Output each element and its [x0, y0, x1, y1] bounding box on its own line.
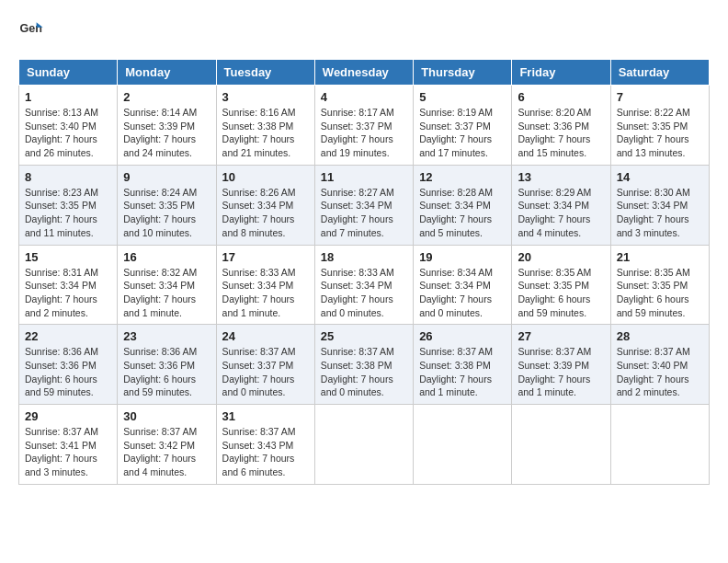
day-number: 5 [419, 90, 506, 104]
day-info: Sunrise: 8:36 AM Sunset: 3:36 PM Dayligh… [25, 345, 111, 399]
day-info: Sunrise: 8:37 AM Sunset: 3:38 PM Dayligh… [419, 345, 506, 399]
calendar-week-3: 15Sunrise: 8:31 AM Sunset: 3:34 PM Dayli… [19, 245, 710, 325]
day-info: Sunrise: 8:22 AM Sunset: 3:35 PM Dayligh… [617, 106, 703, 160]
day-info: Sunrise: 8:13 AM Sunset: 3:40 PM Dayligh… [25, 106, 111, 160]
day-number: 6 [518, 90, 604, 104]
day-info: Sunrise: 8:23 AM Sunset: 3:35 PM Dayligh… [25, 186, 111, 240]
day-number: 20 [518, 250, 604, 264]
calendar-week-4: 22Sunrise: 8:36 AM Sunset: 3:36 PM Dayli… [19, 325, 710, 405]
day-info: Sunrise: 8:35 AM Sunset: 3:35 PM Dayligh… [617, 266, 703, 320]
calendar-cell: 24Sunrise: 8:37 AM Sunset: 3:37 PM Dayli… [216, 325, 314, 405]
calendar-cell: 25Sunrise: 8:37 AM Sunset: 3:38 PM Dayli… [314, 325, 413, 405]
day-info: Sunrise: 8:14 AM Sunset: 3:39 PM Dayligh… [123, 106, 210, 160]
day-number: 22 [25, 329, 111, 343]
day-number: 19 [419, 250, 506, 264]
day-number: 3 [222, 90, 309, 104]
day-info: Sunrise: 8:27 AM Sunset: 3:34 PM Dayligh… [321, 186, 407, 240]
day-info: Sunrise: 8:37 AM Sunset: 3:37 PM Dayligh… [222, 345, 309, 399]
calendar-cell: 30Sunrise: 8:37 AM Sunset: 3:42 PM Dayli… [118, 405, 216, 485]
calendar-header-row: SundayMondayTuesdayWednesdayThursdayFrid… [19, 60, 710, 86]
calendar-cell: 26Sunrise: 8:37 AM Sunset: 3:38 PM Dayli… [414, 325, 512, 405]
day-header-tuesday: Tuesday [216, 60, 314, 86]
day-info: Sunrise: 8:37 AM Sunset: 3:43 PM Dayligh… [222, 425, 309, 479]
calendar-cell: 31Sunrise: 8:37 AM Sunset: 3:43 PM Dayli… [216, 405, 314, 485]
day-number: 8 [25, 170, 111, 184]
day-header-saturday: Saturday [610, 60, 709, 86]
calendar-cell: 11Sunrise: 8:27 AM Sunset: 3:34 PM Dayli… [314, 165, 413, 245]
day-number: 24 [222, 329, 309, 343]
calendar-cell: 28Sunrise: 8:37 AM Sunset: 3:40 PM Dayli… [610, 325, 709, 405]
calendar-cell [314, 405, 413, 485]
day-number: 16 [123, 250, 210, 264]
day-info: Sunrise: 8:32 AM Sunset: 3:34 PM Dayligh… [123, 266, 210, 320]
day-info: Sunrise: 8:33 AM Sunset: 3:34 PM Dayligh… [321, 266, 407, 320]
day-info: Sunrise: 8:28 AM Sunset: 3:34 PM Dayligh… [419, 186, 506, 240]
day-number: 27 [518, 329, 604, 343]
calendar-cell: 8Sunrise: 8:23 AM Sunset: 3:35 PM Daylig… [19, 165, 118, 245]
day-info: Sunrise: 8:33 AM Sunset: 3:34 PM Dayligh… [222, 266, 309, 320]
day-info: Sunrise: 8:34 AM Sunset: 3:34 PM Dayligh… [419, 266, 506, 320]
calendar-cell: 21Sunrise: 8:35 AM Sunset: 3:35 PM Dayli… [610, 245, 709, 325]
day-info: Sunrise: 8:37 AM Sunset: 3:42 PM Dayligh… [123, 425, 210, 479]
day-info: Sunrise: 8:37 AM Sunset: 3:40 PM Dayligh… [617, 345, 703, 399]
logo-icon: Gen [18, 18, 44, 44]
day-number: 14 [617, 170, 703, 184]
calendar-cell: 14Sunrise: 8:30 AM Sunset: 3:34 PM Dayli… [610, 165, 709, 245]
day-info: Sunrise: 8:35 AM Sunset: 3:35 PM Dayligh… [518, 266, 604, 320]
logo: Gen [18, 18, 48, 44]
day-number: 9 [123, 170, 210, 184]
day-number: 10 [222, 170, 309, 184]
calendar-cell [414, 405, 512, 485]
day-number: 11 [321, 170, 407, 184]
calendar-week-2: 8Sunrise: 8:23 AM Sunset: 3:35 PM Daylig… [19, 165, 710, 245]
calendar-cell: 7Sunrise: 8:22 AM Sunset: 3:35 PM Daylig… [610, 86, 709, 166]
day-info: Sunrise: 8:31 AM Sunset: 3:34 PM Dayligh… [25, 266, 111, 320]
day-number: 13 [518, 170, 604, 184]
day-number: 7 [617, 90, 703, 104]
calendar-week-5: 29Sunrise: 8:37 AM Sunset: 3:41 PM Dayli… [19, 405, 710, 485]
day-number: 29 [25, 409, 111, 423]
calendar-cell: 17Sunrise: 8:33 AM Sunset: 3:34 PM Dayli… [216, 245, 314, 325]
day-header-wednesday: Wednesday [314, 60, 413, 86]
day-info: Sunrise: 8:30 AM Sunset: 3:34 PM Dayligh… [617, 186, 703, 240]
calendar-cell: 1Sunrise: 8:13 AM Sunset: 3:40 PM Daylig… [19, 86, 118, 166]
day-info: Sunrise: 8:17 AM Sunset: 3:37 PM Dayligh… [321, 106, 407, 160]
day-info: Sunrise: 8:36 AM Sunset: 3:36 PM Dayligh… [123, 345, 210, 399]
calendar-cell: 4Sunrise: 8:17 AM Sunset: 3:37 PM Daylig… [314, 86, 413, 166]
calendar-cell: 3Sunrise: 8:16 AM Sunset: 3:38 PM Daylig… [216, 86, 314, 166]
calendar-cell: 19Sunrise: 8:34 AM Sunset: 3:34 PM Dayli… [414, 245, 512, 325]
day-info: Sunrise: 8:26 AM Sunset: 3:34 PM Dayligh… [222, 186, 309, 240]
day-number: 31 [222, 409, 309, 423]
day-info: Sunrise: 8:20 AM Sunset: 3:36 PM Dayligh… [518, 106, 604, 160]
day-info: Sunrise: 8:24 AM Sunset: 3:35 PM Dayligh… [123, 186, 210, 240]
calendar-cell: 2Sunrise: 8:14 AM Sunset: 3:39 PM Daylig… [118, 86, 216, 166]
day-number: 23 [123, 329, 210, 343]
calendar-table: SundayMondayTuesdayWednesdayThursdayFrid… [18, 59, 710, 485]
calendar-cell [610, 405, 709, 485]
day-info: Sunrise: 8:16 AM Sunset: 3:38 PM Dayligh… [222, 106, 309, 160]
day-info: Sunrise: 8:29 AM Sunset: 3:34 PM Dayligh… [518, 186, 604, 240]
day-info: Sunrise: 8:19 AM Sunset: 3:37 PM Dayligh… [419, 106, 506, 160]
calendar-cell: 10Sunrise: 8:26 AM Sunset: 3:34 PM Dayli… [216, 165, 314, 245]
calendar-cell: 16Sunrise: 8:32 AM Sunset: 3:34 PM Dayli… [118, 245, 216, 325]
day-number: 4 [321, 90, 407, 104]
calendar-cell [512, 405, 610, 485]
calendar-cell: 29Sunrise: 8:37 AM Sunset: 3:41 PM Dayli… [19, 405, 118, 485]
calendar-cell: 18Sunrise: 8:33 AM Sunset: 3:34 PM Dayli… [314, 245, 413, 325]
day-header-sunday: Sunday [19, 60, 118, 86]
day-number: 26 [419, 329, 506, 343]
calendar-cell: 22Sunrise: 8:36 AM Sunset: 3:36 PM Dayli… [19, 325, 118, 405]
calendar-week-1: 1Sunrise: 8:13 AM Sunset: 3:40 PM Daylig… [19, 86, 710, 166]
calendar-cell: 13Sunrise: 8:29 AM Sunset: 3:34 PM Dayli… [512, 165, 610, 245]
calendar-cell: 20Sunrise: 8:35 AM Sunset: 3:35 PM Dayli… [512, 245, 610, 325]
day-header-friday: Friday [512, 60, 610, 86]
calendar-cell: 9Sunrise: 8:24 AM Sunset: 3:35 PM Daylig… [118, 165, 216, 245]
calendar-cell: 15Sunrise: 8:31 AM Sunset: 3:34 PM Dayli… [19, 245, 118, 325]
day-header-thursday: Thursday [414, 60, 512, 86]
day-number: 28 [617, 329, 703, 343]
calendar-cell: 23Sunrise: 8:36 AM Sunset: 3:36 PM Dayli… [118, 325, 216, 405]
day-number: 15 [25, 250, 111, 264]
day-number: 25 [321, 329, 407, 343]
calendar-cell: 5Sunrise: 8:19 AM Sunset: 3:37 PM Daylig… [414, 86, 512, 166]
day-number: 1 [25, 90, 111, 104]
